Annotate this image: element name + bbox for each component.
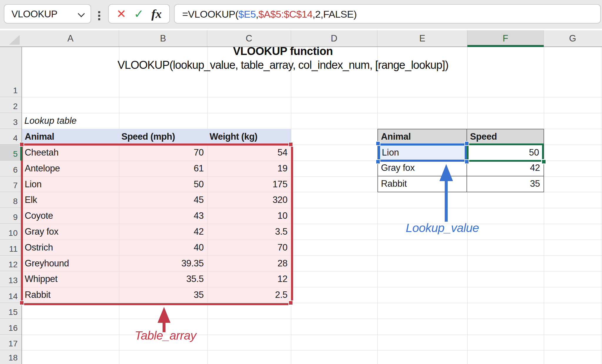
table-array-arrow-icon [163,321,165,332]
row-header-4[interactable]: 4 [0,129,21,145]
range-handle[interactable] [19,300,24,305]
range-handle[interactable] [288,300,293,305]
row-header-18[interactable]: 18 [0,350,21,364]
gridline [22,335,602,335]
formula-table-ref: $A$5:$C$14 [258,9,312,20]
row-header-12[interactable]: 12 [0,256,21,271]
reference-handle[interactable] [376,159,380,164]
row-header-7[interactable]: 7 [0,176,21,192]
sheet-title: VLOOKUP function [22,44,544,58]
lookup-value-label: Lookup_value [385,221,500,235]
name-box[interactable]: VLOOKUP [4,4,91,24]
column-header-g[interactable]: G [544,30,601,46]
gridline [467,47,468,364]
formula-toolbar: VLOOKUP ✕ ✓ fx =VLOOKUP($E5,$A$5:$C$14,2… [0,0,602,29]
name-box-value[interactable]: VLOOKUP [11,5,57,24]
header-cell-animal[interactable]: Animal [25,129,54,145]
result-header-animal[interactable]: Animal [378,129,467,145]
gridline [22,97,602,97]
row-header-17[interactable]: 17 [0,335,21,350]
selected-column-underline [467,45,544,47]
result-header-speed[interactable]: Speed [467,129,544,145]
header-cell-speed[interactable]: Speed (mph) [121,129,175,145]
cell-f6[interactable]: 42 [467,161,544,176]
row-header-13[interactable]: 13 [0,271,21,287]
table-array-range-border [21,143,293,305]
reference-handle[interactable] [376,141,380,146]
formula-part: ,2,FALSE) [312,9,357,20]
kebab-menu-icon[interactable] [98,18,100,20]
formula-part: =VLOOKUP( [182,9,238,20]
select-all-corner[interactable] [9,35,20,45]
gridline [22,319,602,319]
reference-handle[interactable] [464,141,469,146]
insert-function-icon[interactable]: fx [151,7,162,21]
row-header-1[interactable]: 1 [0,47,21,97]
excel-vlookup-screenshot: VLOOKUP ✕ ✓ fx =VLOOKUP($E5,$A$5:$C$14,2… [0,0,602,364]
active-cell-f5[interactable]: 50 [467,143,544,162]
row-header-16[interactable]: 16 [0,319,21,335]
sheet-syntax-line: VLOOKUP(lookup_value, table_array, col_i… [22,58,544,72]
kebab-menu-icon[interactable] [98,11,100,13]
formula-bar[interactable]: =VLOOKUP($E5,$A$5:$C$14,2,FALSE) [174,4,601,24]
cell-f7[interactable]: 35 [467,176,544,192]
range-handle[interactable] [288,142,293,147]
row-header-8[interactable]: 8 [0,192,21,208]
lookup-value-arrow-icon [445,179,448,222]
gridline [377,47,378,364]
row-header-9[interactable]: 9 [0,208,21,224]
cell-e7[interactable]: Rabbit [378,176,467,192]
kebab-menu-icon[interactable] [98,15,100,17]
formula-text[interactable]: =VLOOKUP($E5,$A$5:$C$14,2,FALSE) [182,5,357,24]
header-cell-weight[interactable]: Weight (kg) [210,129,257,145]
formula-lookup-ref: $E5 [238,9,256,20]
selected-row-bar [20,145,22,161]
formula-comma: , [256,9,258,20]
row-header-6[interactable]: 6 [0,161,21,176]
gridline [22,350,602,350]
row-header-2[interactable]: 2 [0,97,21,113]
table-array-label: Table_array [120,329,211,343]
cancel-icon[interactable]: ✕ [116,8,126,20]
lookup-value-cell-e5[interactable]: Lion [378,143,467,162]
chevron-down-icon[interactable] [78,10,85,17]
formula-buttons-group: ✕ ✓ fx [108,4,170,24]
gridline [601,47,601,364]
enter-icon[interactable]: ✓ [134,8,144,20]
row-header-5-selected[interactable]: 5 [0,145,21,161]
row-header-10[interactable]: 10 [0,224,21,240]
range-handle[interactable] [19,142,24,147]
reference-handle[interactable] [464,159,469,164]
title-cell[interactable]: VLOOKUP function VLOOKUP(lookup_value, t… [22,44,544,72]
row-header-11[interactable]: 11 [0,240,21,256]
table-array-arrow-icon [158,307,170,323]
row-header-15[interactable]: 15 [0,303,21,319]
lookup-table-caption-cell[interactable]: Lookup table [24,113,142,129]
gridline [544,47,544,364]
fill-handle[interactable] [541,159,546,164]
cell-e6[interactable]: Gray fox [378,161,467,176]
lookup-table-header-row[interactable]: Animal Speed (mph) Weight (kg) [22,129,291,145]
row-header-14[interactable]: 14 [0,287,21,303]
row-header-3[interactable]: 3 [0,113,21,129]
